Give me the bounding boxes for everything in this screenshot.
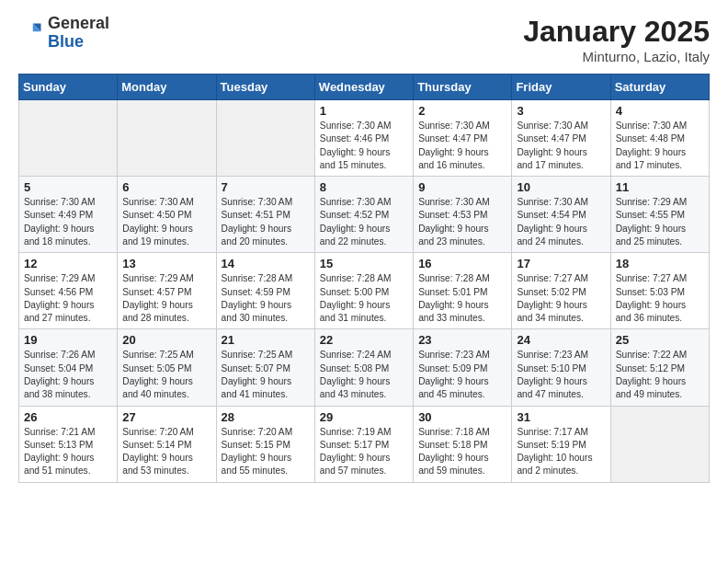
day-info: Sunrise: 7:25 AM Sunset: 5:07 PM Dayligh… [222, 349, 310, 401]
day-header-friday: Friday [512, 75, 610, 100]
day-info: Sunrise: 7:30 AM Sunset: 4:47 PM Dayligh… [517, 120, 605, 172]
day-number: 2 [418, 104, 506, 118]
calendar-cell: 4Sunrise: 7:30 AM Sunset: 4:48 PM Daylig… [610, 100, 709, 177]
day-number: 7 [222, 180, 310, 194]
day-info: Sunrise: 7:30 AM Sunset: 4:48 PM Dayligh… [616, 120, 704, 172]
day-info: Sunrise: 7:18 AM Sunset: 5:18 PM Dayligh… [418, 426, 506, 478]
week-row-2: 12Sunrise: 7:29 AM Sunset: 4:56 PM Dayli… [19, 253, 710, 329]
day-header-thursday: Thursday [414, 75, 512, 100]
day-number: 28 [222, 410, 310, 424]
calendar-cell: 27Sunrise: 7:20 AM Sunset: 5:14 PM Dayli… [118, 406, 216, 482]
calendar-cell: 26Sunrise: 7:21 AM Sunset: 5:13 PM Dayli… [19, 406, 118, 482]
day-info: Sunrise: 7:28 AM Sunset: 5:00 PM Dayligh… [320, 272, 408, 325]
day-number: 18 [616, 257, 704, 270]
day-info: Sunrise: 7:22 AM Sunset: 5:12 PM Dayligh… [616, 349, 704, 401]
day-number: 12 [24, 257, 112, 270]
calendar-cell: 30Sunrise: 7:18 AM Sunset: 5:18 PM Dayli… [414, 406, 512, 482]
day-header-monday: Monday [118, 75, 216, 100]
day-info: Sunrise: 7:25 AM Sunset: 5:05 PM Dayligh… [122, 349, 210, 401]
day-info: Sunrise: 7:20 AM Sunset: 5:14 PM Dayligh… [122, 426, 210, 478]
calendar-cell [118, 100, 216, 177]
day-header-sunday: Sunday [19, 75, 118, 100]
week-row-4: 26Sunrise: 7:21 AM Sunset: 5:13 PM Dayli… [19, 406, 710, 482]
calendar-cell: 13Sunrise: 7:29 AM Sunset: 4:57 PM Dayli… [118, 253, 216, 329]
calendar-cell [19, 100, 118, 177]
calendar-body: 1Sunrise: 7:30 AM Sunset: 4:46 PM Daylig… [19, 100, 710, 483]
calendar-cell: 19Sunrise: 7:26 AM Sunset: 5:04 PM Dayli… [19, 329, 118, 406]
day-info: Sunrise: 7:29 AM Sunset: 4:56 PM Dayligh… [24, 272, 112, 325]
logo-icon [18, 20, 44, 46]
day-number: 8 [320, 180, 408, 194]
calendar-cell: 20Sunrise: 7:25 AM Sunset: 5:05 PM Dayli… [118, 329, 216, 406]
calendar-cell: 22Sunrise: 7:24 AM Sunset: 5:08 PM Dayli… [314, 329, 413, 406]
logo-text: General Blue [48, 15, 109, 52]
calendar-cell: 9Sunrise: 7:30 AM Sunset: 4:53 PM Daylig… [414, 177, 512, 253]
day-number: 9 [418, 180, 506, 194]
title-block: January 2025 Minturno, Lazio, Italy [523, 15, 710, 64]
calendar-cell: 12Sunrise: 7:29 AM Sunset: 4:56 PM Dayli… [19, 253, 118, 329]
calendar-cell: 1Sunrise: 7:30 AM Sunset: 4:46 PM Daylig… [314, 100, 413, 177]
day-info: Sunrise: 7:23 AM Sunset: 5:10 PM Dayligh… [517, 349, 605, 401]
day-header-wednesday: Wednesday [314, 75, 413, 100]
week-row-0: 1Sunrise: 7:30 AM Sunset: 4:46 PM Daylig… [19, 100, 710, 177]
day-number: 17 [517, 257, 605, 270]
day-number: 5 [24, 180, 112, 194]
day-info: Sunrise: 7:19 AM Sunset: 5:17 PM Dayligh… [320, 426, 408, 478]
day-number: 6 [122, 180, 210, 194]
calendar-cell [216, 100, 314, 177]
calendar-cell: 16Sunrise: 7:28 AM Sunset: 5:01 PM Dayli… [414, 253, 512, 329]
logo: General Blue [18, 15, 109, 52]
day-number: 30 [418, 410, 506, 424]
day-number: 3 [517, 104, 605, 118]
calendar-cell: 7Sunrise: 7:30 AM Sunset: 4:51 PM Daylig… [216, 177, 314, 253]
day-number: 25 [616, 333, 704, 347]
day-number: 26 [24, 410, 112, 424]
calendar-cell: 18Sunrise: 7:27 AM Sunset: 5:03 PM Dayli… [610, 253, 709, 329]
day-number: 13 [122, 257, 210, 270]
calendar-cell: 8Sunrise: 7:30 AM Sunset: 4:52 PM Daylig… [314, 177, 413, 253]
day-info: Sunrise: 7:30 AM Sunset: 4:47 PM Dayligh… [418, 120, 506, 172]
day-number: 14 [222, 257, 310, 270]
day-info: Sunrise: 7:27 AM Sunset: 5:02 PM Dayligh… [517, 272, 605, 325]
day-number: 10 [517, 180, 605, 194]
day-info: Sunrise: 7:24 AM Sunset: 5:08 PM Dayligh… [320, 349, 408, 401]
day-info: Sunrise: 7:28 AM Sunset: 5:01 PM Dayligh… [418, 272, 506, 325]
day-number: 1 [320, 104, 408, 118]
day-number: 20 [122, 333, 210, 347]
day-number: 27 [122, 410, 210, 424]
day-info: Sunrise: 7:21 AM Sunset: 5:13 PM Dayligh… [24, 426, 112, 478]
day-info: Sunrise: 7:30 AM Sunset: 4:54 PM Dayligh… [517, 196, 605, 248]
day-header-saturday: Saturday [610, 75, 709, 100]
day-number: 16 [418, 257, 506, 270]
day-info: Sunrise: 7:23 AM Sunset: 5:09 PM Dayligh… [418, 349, 506, 401]
week-row-3: 19Sunrise: 7:26 AM Sunset: 5:04 PM Dayli… [19, 329, 710, 406]
day-info: Sunrise: 7:17 AM Sunset: 5:19 PM Dayligh… [517, 426, 605, 478]
calendar-cell: 31Sunrise: 7:17 AM Sunset: 5:19 PM Dayli… [512, 406, 610, 482]
calendar-cell: 11Sunrise: 7:29 AM Sunset: 4:55 PM Dayli… [610, 177, 709, 253]
logo-general: General [48, 14, 109, 32]
calendar-cell: 21Sunrise: 7:25 AM Sunset: 5:07 PM Dayli… [216, 329, 314, 406]
calendar-header: SundayMondayTuesdayWednesdayThursdayFrid… [19, 75, 710, 100]
calendar-cell: 24Sunrise: 7:23 AM Sunset: 5:10 PM Dayli… [512, 329, 610, 406]
day-info: Sunrise: 7:26 AM Sunset: 5:04 PM Dayligh… [24, 349, 112, 401]
title-location: Minturno, Lazio, Italy [523, 49, 710, 64]
day-info: Sunrise: 7:20 AM Sunset: 5:15 PM Dayligh… [222, 426, 310, 478]
day-info: Sunrise: 7:30 AM Sunset: 4:50 PM Dayligh… [122, 196, 210, 248]
week-row-1: 5Sunrise: 7:30 AM Sunset: 4:49 PM Daylig… [19, 177, 710, 253]
day-number: 11 [616, 180, 704, 194]
logo-blue: Blue [48, 32, 84, 51]
day-header-tuesday: Tuesday [216, 75, 314, 100]
page: General Blue January 2025 Minturno, Lazi… [0, 0, 728, 563]
calendar-cell: 6Sunrise: 7:30 AM Sunset: 4:50 PM Daylig… [118, 177, 216, 253]
day-info: Sunrise: 7:28 AM Sunset: 4:59 PM Dayligh… [222, 272, 310, 325]
calendar-cell: 17Sunrise: 7:27 AM Sunset: 5:02 PM Dayli… [512, 253, 610, 329]
calendar-cell [610, 406, 709, 482]
calendar: SundayMondayTuesdayWednesdayThursdayFrid… [18, 74, 710, 483]
day-info: Sunrise: 7:27 AM Sunset: 5:03 PM Dayligh… [616, 272, 704, 325]
day-number: 23 [418, 333, 506, 347]
day-info: Sunrise: 7:30 AM Sunset: 4:51 PM Dayligh… [222, 196, 310, 248]
calendar-cell: 3Sunrise: 7:30 AM Sunset: 4:47 PM Daylig… [512, 100, 610, 177]
day-info: Sunrise: 7:29 AM Sunset: 4:55 PM Dayligh… [616, 196, 704, 248]
calendar-cell: 14Sunrise: 7:28 AM Sunset: 4:59 PM Dayli… [216, 253, 314, 329]
day-info: Sunrise: 7:29 AM Sunset: 4:57 PM Dayligh… [122, 272, 210, 325]
